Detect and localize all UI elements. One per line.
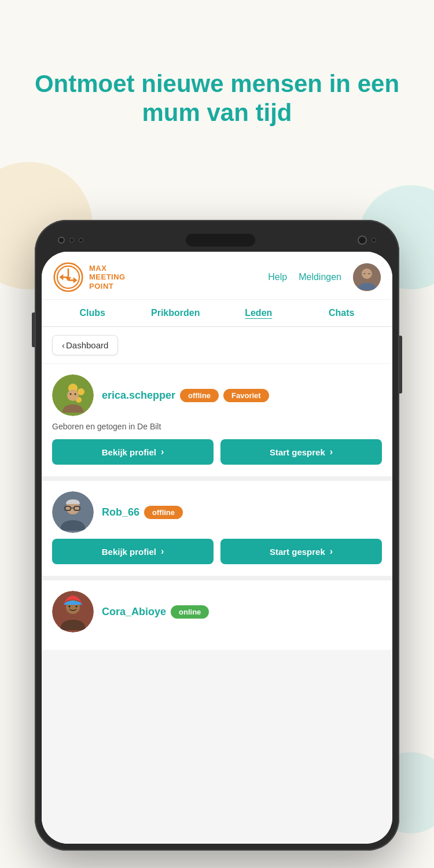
help-link[interactable]: Help <box>268 272 287 282</box>
svg-point-9 <box>362 269 372 279</box>
favoriet-badge-erica: Favoriet <box>223 389 269 402</box>
start-gesprek-button-rob[interactable]: Start gesprek › <box>220 539 382 564</box>
member-card-cora: Cora_Abioye online <box>42 580 392 650</box>
hero-title: Ontmoet nieuwe mensen in een mum van tij… <box>0 69 434 128</box>
member-avatar-cora <box>52 591 94 632</box>
member-name-cora: Cora_Abioye <box>102 606 166 618</box>
member-actions-rob: Bekijk profiel › Start gesprek › <box>52 539 382 564</box>
logo-icon <box>53 262 83 292</box>
phone-dot-2 <box>79 238 83 242</box>
member-name-erica: erica.schepper <box>102 389 175 402</box>
phone-camera-right <box>358 236 367 245</box>
member-top: erica.schepper offline Favoriet <box>52 374 382 416</box>
svg-point-26 <box>69 606 71 608</box>
nav-tabs: Clubs Prikborden Leden Chats <box>42 300 392 327</box>
tab-prikborden[interactable]: Prikborden <box>134 300 218 326</box>
logo-text: MAX MEETING POINT <box>89 264 126 291</box>
svg-point-16 <box>67 389 79 401</box>
phone-side-btn-left <box>32 312 35 347</box>
member-info-cora: Cora_Abioye online <box>102 605 209 619</box>
status-badge-cora: online <box>171 605 209 619</box>
chevron-right-icon: › <box>161 447 164 457</box>
bekijk-profiel-label-erica: Bekijk profiel <box>102 447 156 457</box>
start-gesprek-label-rob: Start gesprek <box>270 547 325 557</box>
dashboard-back-button[interactable]: ‹ Dashboard <box>52 335 118 355</box>
member-card: erica.schepper offline Favoriet Geboren … <box>42 364 392 481</box>
back-icon: ‹ <box>62 340 65 350</box>
user-avatar-placeholder <box>353 263 381 291</box>
breadcrumb-bar: ‹ Dashboard <box>42 327 392 364</box>
bekijk-profiel-button-erica[interactable]: Bekijk profiel › <box>52 439 214 465</box>
phone-camera-left <box>58 237 65 244</box>
member-top-rob: Rob_66 offline <box>52 491 382 533</box>
tab-chats[interactable]: Chats <box>300 300 384 326</box>
app-header: MAX MEETING POINT Help Meldingen <box>42 252 392 300</box>
member-avatar-rob <box>52 491 94 533</box>
member-top-cora: Cora_Abioye online <box>52 591 382 632</box>
header-nav: Help Meldingen <box>268 263 381 291</box>
tab-clubs[interactable]: Clubs <box>51 300 134 326</box>
start-gesprek-button-erica[interactable]: Start gesprek › <box>220 439 382 465</box>
tab-leden[interactable]: Leden <box>217 300 300 326</box>
phone-dot-1 <box>69 238 74 242</box>
chevron-right-icon-3: › <box>161 546 164 557</box>
svg-point-27 <box>76 606 78 608</box>
meldingen-link[interactable]: Meldingen <box>299 272 341 282</box>
status-badge-rob: offline <box>144 506 183 519</box>
member-info-erica: erica.schepper offline Favoriet <box>102 389 269 402</box>
member-name-rob: Rob_66 <box>102 506 139 518</box>
back-label: Dashboard <box>66 340 108 350</box>
member-avatar-erica <box>52 374 94 416</box>
phone-side-btn-right <box>399 336 402 393</box>
member-desc-erica: Geboren en getogen in De Bilt <box>52 422 382 431</box>
logo-area: MAX MEETING POINT <box>53 262 126 292</box>
phone-frame: MAX MEETING POINT Help Meldingen <box>35 220 399 851</box>
user-avatar[interactable] <box>353 263 381 291</box>
chevron-right-icon-2: › <box>330 447 333 457</box>
bekijk-profiel-button-rob[interactable]: Bekijk profiel › <box>52 539 214 564</box>
phone-dot-3 <box>372 238 376 242</box>
member-card-rob: Rob_66 offline Bekijk profiel › Start ge… <box>42 481 392 580</box>
member-actions-erica: Bekijk profiel › Start gesprek › <box>52 439 382 465</box>
chevron-right-icon-4: › <box>330 546 333 557</box>
svg-point-17 <box>70 393 72 395</box>
member-info-rob: Rob_66 offline <box>102 506 183 519</box>
status-badge-erica: offline <box>180 389 219 402</box>
svg-point-18 <box>75 393 76 395</box>
phone-screen: MAX MEETING POINT Help Meldingen <box>42 252 392 844</box>
content-area[interactable]: erica.schepper offline Favoriet Geboren … <box>42 364 392 844</box>
bekijk-profiel-label-rob: Bekijk profiel <box>102 547 156 557</box>
phone-speaker <box>186 234 255 247</box>
start-gesprek-label-erica: Start gesprek <box>270 447 325 457</box>
